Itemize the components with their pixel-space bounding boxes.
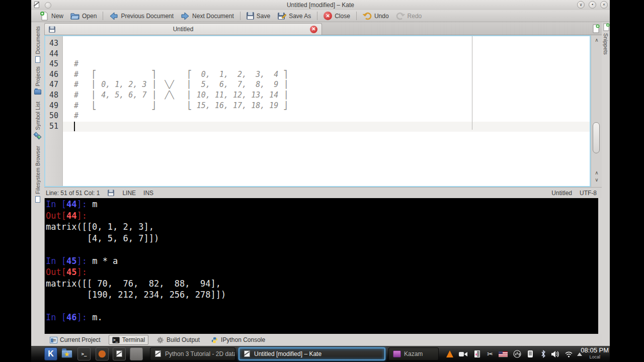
maximize-button[interactable]: • [589,1,596,9]
sidebar-item-filesystem-browser[interactable]: Filesystem Browser [31,146,44,204]
code-line[interactable]: # ⎢ 4, 5, 6, 7 ⎥ ╱╲ ⎢ 10, 11, 12, 13, 14… [63,90,590,101]
terminal-line: In [45]: m * a [46,256,598,267]
code-line[interactable] [63,122,590,132]
line-number[interactable]: 43 [45,39,62,49]
firefox-launcher[interactable] [96,347,109,360]
terminal-line: Out[45]: [46,267,598,279]
device-notifier-tray-icon[interactable] [525,349,535,359]
encoding[interactable]: UTF-8 [580,190,597,197]
editor-view: 434445464748495051 ## ⎡ ⎤ ⎡ 0, 1, 2, 3, … [44,35,602,187]
code-line[interactable]: # [63,59,590,70]
python-icon [211,337,218,343]
bluetooth-tray-icon[interactable] [538,349,548,359]
code-line[interactable]: # ⎣ ⎦ ⎣ 15, 16, 17, 18, 19 ⎦ [63,101,590,112]
new-button[interactable]: New [36,11,67,21]
gear-icon [156,337,164,343]
blank-launcher[interactable] [130,347,143,360]
undo-button[interactable]: Undo [359,11,392,21]
save-as-button[interactable]: Save As [274,11,314,21]
task-kazam[interactable]: Kazam [388,347,439,360]
kde-menu-button[interactable]: K [44,347,57,360]
left-sidebar: Documents Projects Symbol List Filesyste… [31,22,44,346]
digital-clock[interactable]: 08:05 PM Local [581,347,609,359]
terminal-line: matrix([[0, 1, 2, 3], [46,222,598,233]
save-button[interactable]: Save [243,12,274,20]
modified-status-icon [108,190,115,196]
line-number[interactable]: 48 [45,90,62,101]
code-lines[interactable]: ## ⎡ ⎤ ⎡ 0, 1, 2, 3, 4 ⎤# ⎢ 0, 1, 2, 3 ⎥… [63,36,590,186]
editor-scrollbar[interactable]: ∧ ∧ ∨ [591,35,602,187]
line-number[interactable]: 49 [45,101,62,112]
line-number[interactable]: 45 [45,59,62,70]
kate-window: Untitled [modified] – Kate ∨ • × New Ope… [31,0,610,362]
vlc-tray-icon[interactable] [445,349,455,359]
terminal-line: In [46]: m. [46,312,598,324]
toolview-ipython-console[interactable]: IPython Console [208,335,268,344]
previous-document-button[interactable]: Previous Document [106,11,177,21]
sidebar-item-snippets[interactable]: Snippets [602,23,610,55]
open-button[interactable]: Open [67,11,100,21]
task-python-tutorial[interactable]: Python 3 Tutorial - 2D data.py – Ka [150,347,235,360]
toolview-current-project[interactable]: Current Project [47,335,104,344]
keyboard-layout-us-flag[interactable] [498,349,508,359]
new-document-icon [40,12,49,21]
code-line[interactable]: # ⎢ 0, 1, 2, 3 ⎥ ╲╱ ⎢ 5, 6, 7, 8, 9 ⎥ [63,80,590,90]
code-line[interactable] [63,49,590,60]
konsole-launcher[interactable]: >_ [77,347,91,360]
sidebar-item-symbol-list[interactable]: Symbol List [31,102,44,140]
redo-button[interactable]: Redo [392,11,426,21]
kazam-icon [393,350,401,357]
toolview-terminal[interactable]: >_ Terminal [109,335,148,345]
kate-launcher[interactable] [113,347,126,360]
current-project-icon [50,337,57,343]
arrow-left-icon [109,12,118,21]
eol-mode[interactable]: LINE [122,190,136,197]
kate-icon [244,350,251,357]
line-number[interactable]: 51 [45,122,62,132]
app-indicator-tray-icon[interactable] [472,349,482,359]
scroll-up-icon[interactable]: ∧ [591,170,602,176]
console-output: In [44]: mOut[44]:matrix([[0, 1, 2, 3], … [46,199,598,324]
line-number[interactable]: 47 [45,80,62,90]
new-tab-icon[interactable] [591,24,600,33]
usb-device-tray-icon[interactable] [512,349,522,359]
close-window-button[interactable]: × [600,1,608,9]
toolview-build-output[interactable]: Build Output [153,335,203,344]
terminal-line: Out[44]: [46,211,598,222]
line-number[interactable]: 44 [45,49,62,60]
code-line[interactable]: # ⎡ ⎤ ⎡ 0, 1, 2, 3, 4 ⎤ [63,70,590,80]
minimize-button[interactable]: ∨ [577,1,585,9]
arrow-right-icon [181,12,190,21]
volume-tray-icon[interactable] [550,349,560,359]
tab-close-icon[interactable]: ✕ [310,26,317,33]
task-untitled-kate[interactable]: Untitled [modified] – Kate [238,347,385,360]
insert-mode[interactable]: INS [143,190,153,197]
code-line[interactable] [63,39,590,49]
sidebar-item-projects[interactable]: Projects [31,66,44,96]
next-document-button[interactable]: Next Document [177,11,237,21]
projects-icon [34,88,42,96]
terminal-icon: >_ [82,351,87,356]
line-number[interactable]: 46 [45,70,62,80]
taskbar-panel: K ★ >_ Python 3 Tutorial - 2D data.py – … [31,346,610,362]
tab-untitled[interactable]: Untitled ✕ [44,23,322,35]
title-bar[interactable]: Untitled [modified] – Kate ∨ • × [31,0,610,10]
scroll-up-icon[interactable]: ∧ [591,37,602,43]
redo-icon [396,12,405,21]
scrollbar-thumb[interactable] [593,122,600,153]
screen-recorder-tray-icon[interactable] [458,349,468,359]
folder-icon: ★ [61,350,72,358]
favorites-folder-launcher[interactable]: ★ [60,347,73,360]
undo-icon [363,12,372,21]
toolbar-separator [317,12,317,20]
sidebar-item-documents[interactable]: Documents [31,26,44,64]
scroll-down-icon[interactable]: ∨ [591,177,602,183]
kate-icon [116,350,123,357]
terminal-console[interactable]: In [44]: mOut[44]:matrix([[0, 1, 2, 3], … [44,198,602,334]
wifi-tray-icon[interactable] [564,349,574,359]
close-document-button[interactable]: ✕ Close [320,11,354,21]
code-line[interactable]: # [63,111,590,122]
klipper-tray-icon[interactable]: ✂ [485,349,495,359]
line-number[interactable]: 50 [45,111,62,122]
line-numbers[interactable]: 434445464748495051 [45,36,63,186]
